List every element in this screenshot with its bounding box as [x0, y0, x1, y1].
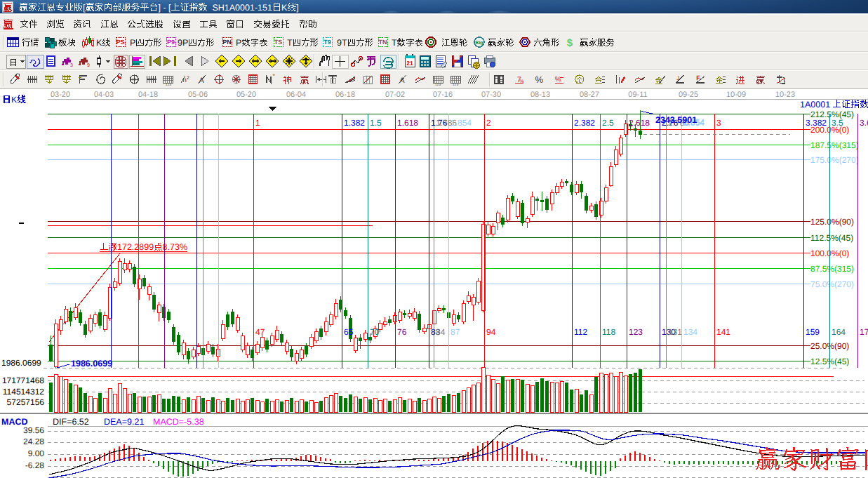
svg-text:T: T: [287, 38, 293, 48]
svg-text:TN: TN: [379, 39, 387, 46]
svg-text:07-02: 07-02: [385, 91, 405, 99]
svg-text:1986.0699: 1986.0699: [71, 359, 112, 369]
svg-text:9P: 9P: [178, 38, 188, 48]
svg-text:]: ]: [296, 3, 298, 13]
svg-text:39.56: 39.56: [23, 425, 44, 435]
svg-text:2.5: 2.5: [602, 118, 614, 128]
svg-text:P: P: [130, 38, 135, 48]
svg-text:65: 65: [344, 327, 354, 337]
svg-text:1.382: 1.382: [344, 118, 365, 128]
svg-text:10-23: 10-23: [775, 91, 795, 99]
svg-text:P: P: [236, 38, 241, 48]
svg-text:09-25: 09-25: [679, 91, 698, 99]
svg-text:164: 164: [832, 327, 846, 337]
svg-text:1.618: 1.618: [397, 118, 418, 128]
svg-text:100.0%(0): 100.0%(0): [810, 248, 849, 258]
svg-text:08-13: 08-13: [530, 91, 550, 99]
svg-text:2343.5901: 2343.5901: [655, 115, 697, 125]
svg-text:] - [: ] - [: [159, 3, 172, 13]
svg-text:8.73%: 8.73%: [163, 242, 187, 252]
svg-text:47: 47: [255, 327, 265, 337]
svg-text:DIF=6.52: DIF=6.52: [53, 417, 89, 427]
svg-text:123: 123: [166, 83, 172, 87]
svg-text:TS: TS: [274, 39, 283, 46]
svg-text:112: 112: [574, 327, 587, 337]
svg-text:J: J: [676, 75, 679, 81]
svg-text:125.0%(90): 125.0%(90): [810, 217, 854, 227]
svg-text:$: $: [567, 37, 573, 49]
svg-text:3.382: 3.382: [806, 118, 827, 128]
svg-text:PS: PS: [116, 39, 124, 46]
svg-text:3: 3: [70, 63, 73, 68]
svg-text:P9: P9: [167, 39, 175, 46]
svg-text:T9: T9: [323, 39, 331, 46]
svg-text:06-18: 06-18: [335, 91, 355, 99]
svg-text:9.00: 9.00: [28, 449, 45, 458]
svg-text:2: 2: [187, 76, 189, 81]
svg-text:172.2899: 172.2899: [117, 242, 154, 252]
svg-text:25.0%(90): 25.0%(90): [810, 341, 849, 351]
svg-text:[: [: [83, 3, 86, 13]
svg-text:134: 134: [683, 327, 697, 337]
svg-text:57257156: 57257156: [7, 397, 45, 407]
svg-text:94: 94: [486, 327, 496, 337]
svg-text:175.0%(270): 175.0%(270): [810, 155, 859, 165]
svg-text:2: 2: [486, 118, 491, 128]
svg-text:%: %: [535, 74, 544, 85]
svg-text:1.854: 1.854: [450, 118, 472, 128]
svg-text:3.5: 3.5: [832, 118, 843, 128]
svg-text:159: 159: [806, 327, 820, 337]
svg-text:3.618: 3.618: [860, 118, 868, 128]
svg-text:04-03: 04-03: [94, 91, 114, 99]
svg-text:MACD=-5.38: MACD=-5.38: [153, 417, 204, 427]
svg-text:1A0001: 1A0001: [800, 100, 830, 109]
svg-text:75.0%(270): 75.0%(270): [810, 279, 854, 289]
svg-text:PN: PN: [222, 39, 232, 46]
svg-text:87: 87: [450, 327, 460, 337]
svg-text:07-16: 07-16: [433, 91, 453, 99]
svg-text:SH1A0001-151: SH1A0001-151: [208, 3, 272, 13]
svg-text:n: n: [182, 77, 187, 84]
svg-text:-6.28: -6.28: [25, 460, 45, 470]
svg-text:112.5%(45): 112.5%(45): [810, 233, 853, 243]
svg-text:9: 9: [87, 63, 90, 68]
svg-text:1: 1: [255, 118, 260, 128]
svg-text:1.5: 1.5: [370, 118, 382, 128]
svg-text:21: 21: [406, 60, 413, 67]
svg-text:2.382: 2.382: [574, 118, 595, 128]
svg-text:170: 170: [860, 327, 868, 337]
svg-text:%: %: [520, 79, 524, 84]
svg-text:Big: Big: [475, 40, 483, 46]
svg-text:1986.0699: 1986.0699: [1, 358, 41, 368]
svg-text:K: K: [96, 38, 102, 48]
svg-text:K: K: [281, 3, 288, 13]
svg-text:12.5%(45): 12.5%(45): [810, 357, 849, 366]
svg-text:3: 3: [716, 118, 721, 128]
svg-text:187.5%(315): 187.5%(315): [810, 140, 859, 150]
svg-text:118: 118: [602, 327, 615, 337]
svg-text:123: 123: [435, 83, 441, 87]
svg-text:114514312: 114514312: [3, 387, 45, 397]
svg-text:10-09: 10-09: [726, 91, 746, 99]
svg-text:9T: 9T: [337, 38, 347, 48]
svg-text:84: 84: [436, 327, 446, 337]
svg-text:09-11: 09-11: [628, 91, 647, 99]
svg-text:06-04: 06-04: [286, 91, 306, 99]
svg-text:K: K: [11, 95, 17, 105]
svg-text:07-30: 07-30: [481, 91, 501, 99]
svg-text:2.618: 2.618: [629, 118, 650, 128]
svg-text:131: 131: [668, 327, 682, 337]
svg-text:24.28: 24.28: [23, 437, 44, 446]
svg-text:T: T: [392, 38, 397, 48]
svg-text:171771468: 171771468: [2, 376, 44, 385]
svg-text:123: 123: [453, 83, 459, 87]
svg-text:08-27: 08-27: [580, 91, 599, 99]
svg-text:05-06: 05-06: [188, 91, 208, 99]
svg-text:123: 123: [629, 327, 643, 337]
svg-text:03-20: 03-20: [51, 91, 70, 99]
svg-text:05-20: 05-20: [236, 91, 256, 99]
svg-text:": ": [272, 73, 274, 80]
svg-text:04-18: 04-18: [138, 91, 158, 99]
svg-text:70: 70: [370, 327, 380, 337]
svg-text:DEA=9.21: DEA=9.21: [104, 417, 144, 427]
